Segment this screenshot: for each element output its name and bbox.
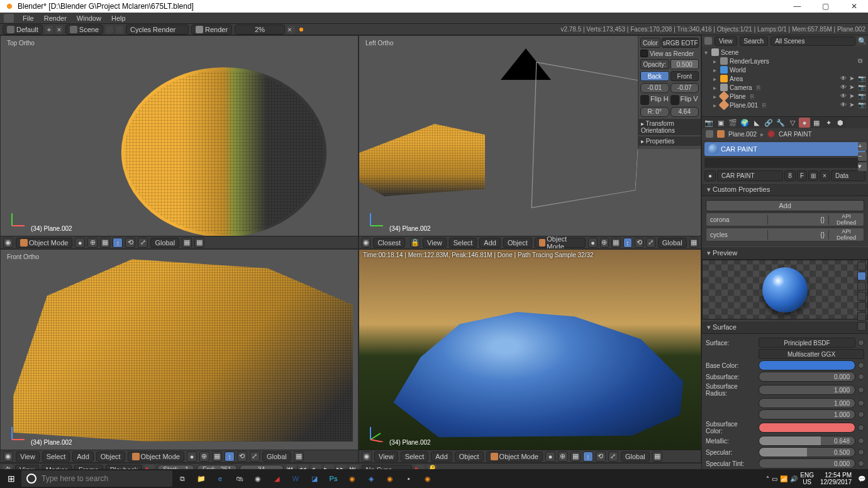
color-swatch[interactable] [759, 423, 855, 433]
manipulator-translate-icon[interactable]: ↕ [113, 238, 123, 248]
shading-icon[interactable]: ● [545, 452, 555, 462]
tab-constraint-icon[interactable]: 🔗 [763, 118, 774, 128]
taskbar-app-sketchup[interactable]: ◢ [268, 470, 286, 487]
layout-selector[interactable]: Default [3, 25, 43, 35]
add-custom-prop-button[interactable]: Add [706, 200, 864, 211]
node-socket-icon[interactable] [858, 460, 864, 467]
material-slot-active[interactable]: CAR PAINT [704, 142, 865, 156]
number-slider[interactable]: 0.000 [759, 372, 855, 382]
outliner-tree[interactable]: ▾Scene▸RenderLayers⧉▸World▸Area👁➤📷▸Camer… [702, 47, 868, 111]
preview-cube-icon[interactable] [857, 282, 866, 291]
node-socket-icon[interactable] [858, 449, 864, 455]
rotation-value[interactable]: R: 0° [640, 107, 669, 117]
outliner-item-plane[interactable]: ▸Plane⎘👁➤📷 [704, 92, 865, 101]
opacity-value[interactable]: 0.500 [670, 59, 699, 69]
material-fake-user[interactable]: F [797, 170, 807, 181]
node-socket-icon[interactable] [858, 340, 864, 346]
editor-type-icon[interactable]: ◉ [3, 452, 13, 462]
offset-x[interactable]: -0.01 [640, 83, 669, 93]
mode-select[interactable]: Object Mode [535, 238, 586, 248]
tray-chevron-up-icon[interactable]: ˄ [766, 475, 769, 482]
tray-wifi-icon[interactable]: 📶 [780, 475, 787, 482]
menu-window[interactable]: Window [77, 14, 101, 22]
material-browse-icon[interactable]: ● [704, 170, 716, 181]
color-swatch[interactable] [759, 360, 855, 370]
manipulator-icon[interactable]: ↕ [623, 238, 632, 248]
del-layout-icon[interactable]: × [55, 26, 63, 33]
node-socket-icon[interactable] [858, 400, 864, 406]
manipulator-scale-icon[interactable]: ⤢ [608, 452, 618, 462]
node-socket-icon[interactable] [858, 411, 864, 418]
material-slot-empty[interactable] [704, 158, 865, 168]
node-socket-icon[interactable] [858, 374, 864, 380]
object-menu[interactable]: Object [455, 452, 484, 462]
view-menu[interactable]: View [423, 238, 447, 248]
taskbar-app-dropbox[interactable]: ◈ [362, 470, 380, 487]
taskbar-app-terminal[interactable]: ▪ [400, 470, 418, 487]
preview-shaderball-icon[interactable] [857, 302, 866, 311]
pivot-icon[interactable]: ⊕ [199, 452, 209, 462]
layer-grid-icon[interactable]: ▦ [689, 238, 698, 248]
material-name-field[interactable]: CAR PAINT [717, 170, 783, 181]
outliner-item-area[interactable]: ▸Area👁➤📷 [704, 74, 865, 83]
outliner-filter[interactable]: All Scenes [771, 36, 855, 46]
maximize-button[interactable]: ▢ [811, 0, 840, 13]
custom-props-panel-head[interactable]: Custom Properties [702, 183, 868, 196]
orientation-select[interactable]: Global [658, 238, 687, 248]
custom-prop-cycles[interactable]: cycles{}API Defined [706, 228, 864, 241]
taskbar-app-edge[interactable]: e [211, 470, 229, 487]
layer-grid-icon[interactable]: ▦ [182, 238, 192, 248]
tab-modifier-icon[interactable]: 🔧 [775, 118, 786, 128]
menu-help[interactable]: Help [111, 14, 126, 22]
unlink-icon[interactable]: × [820, 170, 830, 181]
custom-prop-corona[interactable]: corona{}API Defined [706, 213, 864, 226]
viewport-front-ortho[interactable]: Front Ortho (34) Plane.002 ◉ View Select… [0, 249, 359, 463]
pin-icon[interactable] [706, 130, 713, 138]
tray-battery-icon[interactable]: ▭ [772, 475, 777, 482]
pivot-icon[interactable]: ⊕ [87, 238, 97, 248]
tab-object-icon[interactable]: ◣ [751, 118, 762, 128]
layers-icon[interactable]: ▦ [570, 452, 581, 462]
crumb-object[interactable]: Plane.002 [728, 131, 757, 138]
select-menu[interactable]: Select [401, 452, 429, 462]
viewport-left-ortho[interactable]: Left Ortho (34) Plane.002 ColorsRGB EOTF… [359, 35, 701, 249]
select-menu[interactable]: Select [449, 238, 477, 248]
tab-material-icon[interactable]: ● [799, 118, 810, 128]
preview-flat-icon[interactable] [857, 262, 866, 270]
manipulator-rotate-icon[interactable]: ⟲ [237, 452, 247, 462]
shading-sphere-icon[interactable]: ● [75, 238, 85, 248]
orientation-select[interactable]: Global [621, 452, 650, 462]
search-icon[interactable]: 🔍 [858, 37, 865, 45]
menu-render[interactable]: Render [44, 14, 67, 22]
manipulator-rotate-icon[interactable]: ⟲ [125, 238, 135, 248]
engine-selector[interactable]: Cycles Render [126, 25, 189, 35]
outliner-item-plane-001[interactable]: ▸Plane.001⎘👁➤📷 [704, 101, 865, 109]
layers-icon[interactable]: ▦ [212, 452, 222, 462]
size-value[interactable]: 4.64 [670, 107, 699, 117]
taskbar-search[interactable]: Type here to search [21, 470, 172, 487]
orientation-select[interactable]: Global [150, 238, 179, 248]
front-button[interactable]: Front [670, 71, 699, 81]
taskbar-app-explorer[interactable]: 📁 [192, 470, 210, 487]
scene-selector[interactable]: Scene [65, 25, 103, 35]
add-scene-icon[interactable] [106, 26, 113, 33]
node-socket-icon[interactable] [858, 438, 864, 444]
manipulator-rotate-icon[interactable]: ⟲ [596, 452, 606, 462]
surface-panel-head[interactable]: Surface [702, 321, 868, 334]
layers-icon[interactable]: ▦ [611, 238, 620, 248]
number-slider[interactable]: 1.000 [759, 398, 855, 408]
object-menu[interactable]: Object [96, 452, 125, 462]
back-button[interactable]: Back [640, 71, 669, 81]
orientation-select[interactable]: Global [262, 452, 291, 462]
flip-v-label[interactable]: Flip V [681, 95, 699, 105]
tab-particles-icon[interactable]: ✦ [823, 118, 834, 128]
surface-shader-select[interactable]: Principled BSDF [759, 338, 855, 348]
tab-data-icon[interactable]: ▽ [787, 118, 798, 128]
layers-icon[interactable]: ▦ [100, 238, 110, 248]
select-menu[interactable]: Select [42, 452, 70, 462]
add-menu[interactable]: Add [72, 452, 94, 462]
taskbar-app-photoshop[interactable]: Ps [325, 470, 342, 487]
outliner-item-scene[interactable]: ▾Scene [704, 48, 865, 57]
preview-cloth-icon[interactable] [857, 312, 866, 321]
tray-volume-icon[interactable]: 🔊 [790, 475, 798, 482]
